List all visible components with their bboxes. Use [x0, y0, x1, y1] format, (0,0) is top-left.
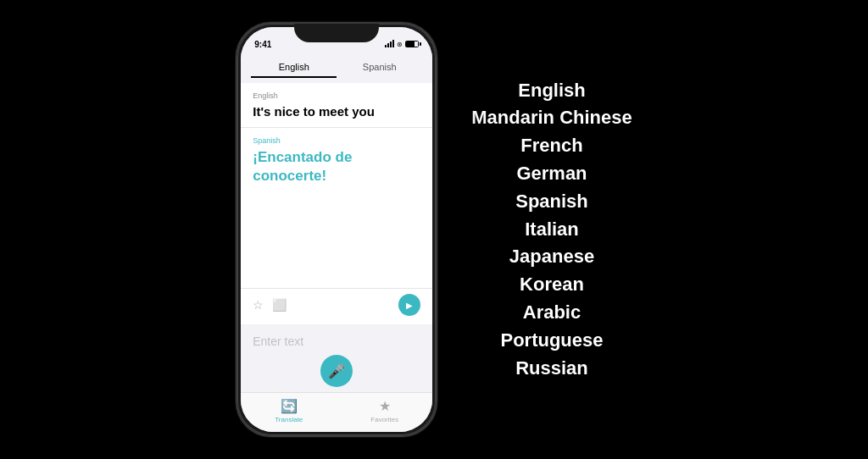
- nav-translate-label: Translate: [275, 416, 303, 423]
- language-item: French: [520, 133, 582, 159]
- battery-icon: [405, 41, 419, 47]
- source-section: English It's nice to meet you: [241, 83, 432, 128]
- mute-button: [236, 83, 236, 102]
- power-button: [437, 108, 437, 151]
- target-lang-label: Spanish: [253, 136, 420, 145]
- phone: 9:41 ⊛: [236, 22, 437, 437]
- source-lang-label: English: [253, 91, 420, 100]
- wifi-icon: ⊛: [397, 41, 403, 48]
- tab-english[interactable]: English: [251, 58, 337, 78]
- copy-icon[interactable]: ⬜: [272, 298, 287, 312]
- microphone-button[interactable]: 🎤: [320, 355, 353, 387]
- language-item: Spanish: [515, 189, 588, 215]
- input-area: Enter text 🎤: [241, 324, 432, 392]
- screen: 9:41 ⊛: [241, 27, 432, 432]
- language-item: Korean: [520, 272, 584, 298]
- language-item: Portuguese: [500, 328, 603, 354]
- action-icons-left: ☆ ⬜: [253, 298, 287, 312]
- language-item: Japanese: [509, 244, 594, 270]
- source-text: It's nice to meet you: [253, 103, 420, 120]
- language-item: Mandarin Chinese: [471, 105, 632, 131]
- nav-favorites[interactable]: ★ Favorites: [370, 398, 398, 423]
- language-tabs: English Spanish: [241, 54, 432, 83]
- main-container: 9:41 ⊛: [0, 0, 868, 459]
- volume-down-button: [236, 141, 236, 166]
- star-icon[interactable]: ☆: [253, 298, 264, 312]
- target-text: ¡Encantado de conocerte!: [253, 148, 420, 185]
- favorites-icon: ★: [379, 398, 391, 414]
- input-placeholder[interactable]: Enter text: [253, 335, 303, 348]
- signal-icon: [385, 41, 394, 47]
- language-list: EnglishMandarin ChineseFrenchGermanSpani…: [471, 78, 632, 382]
- status-icons: ⊛: [385, 41, 419, 48]
- nav-translate[interactable]: 🔄 Translate: [275, 398, 303, 423]
- nav-favorites-label: Favorites: [370, 416, 398, 423]
- action-row: ☆ ⬜ ▶: [241, 288, 432, 324]
- language-item: German: [516, 161, 587, 187]
- language-item: Italian: [525, 217, 579, 243]
- language-item: Russian: [515, 356, 588, 382]
- translate-icon: 🔄: [281, 398, 298, 414]
- language-item: Arabic: [523, 300, 581, 326]
- target-section: Spanish ¡Encantado de conocerte!: [241, 128, 432, 289]
- tab-spanish[interactable]: Spanish: [337, 58, 422, 78]
- translation-area: English It's nice to meet you Spanish ¡E…: [241, 83, 432, 324]
- volume-up-button: [236, 108, 236, 134]
- bottom-nav: 🔄 Translate ★ Favorites: [241, 392, 432, 432]
- language-item: English: [518, 78, 585, 104]
- notch: [294, 24, 379, 42]
- play-button[interactable]: ▶: [398, 294, 420, 316]
- phone-wrapper: 9:41 ⊛: [236, 22, 437, 437]
- status-time: 9:41: [254, 40, 271, 49]
